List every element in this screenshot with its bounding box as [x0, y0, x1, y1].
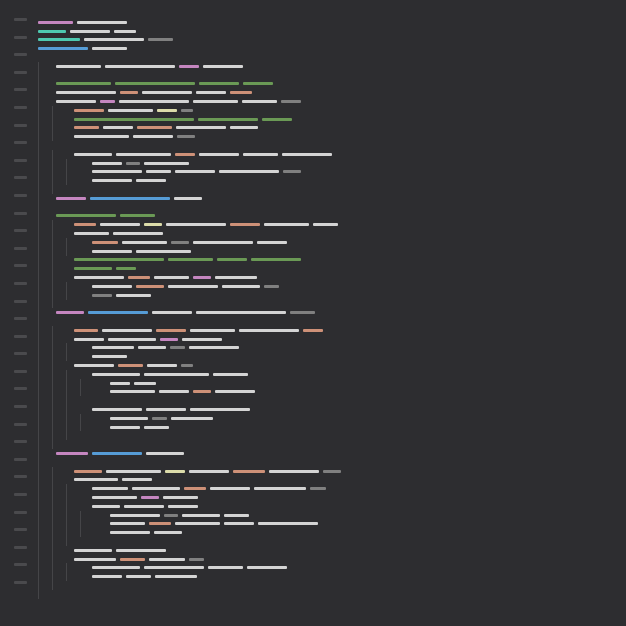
code-line[interactable]: [38, 159, 626, 168]
code-line[interactable]: [38, 335, 626, 344]
code-line[interactable]: [38, 71, 626, 80]
code-line[interactable]: [38, 27, 626, 36]
code-line[interactable]: [38, 212, 626, 221]
code-line[interactable]: [38, 572, 626, 581]
line-number: [14, 581, 27, 584]
code-line[interactable]: [38, 546, 626, 555]
code-line[interactable]: [38, 106, 626, 115]
code-line[interactable]: [38, 440, 626, 449]
code-line[interactable]: [38, 405, 626, 414]
line-number: [14, 80, 27, 83]
code-line[interactable]: [38, 291, 626, 300]
code-line[interactable]: [38, 343, 626, 352]
code-line[interactable]: [38, 300, 626, 309]
code-line[interactable]: [38, 581, 626, 590]
code-line[interactable]: [38, 44, 626, 53]
code-line[interactable]: [38, 423, 626, 432]
code-content[interactable]: [34, 18, 626, 626]
code-line[interactable]: [38, 80, 626, 89]
code-line[interactable]: [38, 256, 626, 265]
code-line[interactable]: [38, 220, 626, 229]
code-line[interactable]: [38, 247, 626, 256]
code-line[interactable]: [38, 88, 626, 97]
code-line[interactable]: [38, 238, 626, 247]
code-line[interactable]: [38, 36, 626, 45]
code-line[interactable]: [38, 203, 626, 212]
code-line[interactable]: [38, 168, 626, 177]
code-token: [165, 470, 185, 473]
code-line[interactable]: [38, 185, 626, 194]
code-line[interactable]: [38, 264, 626, 273]
code-line[interactable]: [38, 229, 626, 238]
code-line[interactable]: [38, 141, 626, 150]
code-editor[interactable]: [0, 0, 626, 626]
code-line[interactable]: [38, 511, 626, 520]
code-token: [179, 65, 199, 68]
code-line[interactable]: [38, 326, 626, 335]
code-line[interactable]: [38, 97, 626, 106]
code-line[interactable]: [38, 414, 626, 423]
code-line[interactable]: [38, 590, 626, 599]
code-token: [56, 91, 116, 94]
code-token: [77, 21, 127, 24]
code-line[interactable]: [38, 308, 626, 317]
line-number: [14, 53, 27, 56]
code-token: [224, 514, 249, 517]
code-line[interactable]: [38, 458, 626, 467]
code-token: [219, 170, 279, 173]
code-line[interactable]: [38, 273, 626, 282]
code-line[interactable]: [38, 467, 626, 476]
code-token: [74, 118, 194, 121]
code-token: [92, 496, 137, 499]
code-token: [118, 364, 143, 367]
line-number: [14, 212, 27, 215]
code-line[interactable]: [38, 528, 626, 537]
code-line[interactable]: [38, 431, 626, 440]
code-line[interactable]: [38, 563, 626, 572]
code-line[interactable]: [38, 475, 626, 484]
code-line[interactable]: [38, 176, 626, 185]
code-token: [122, 478, 152, 481]
code-token: [210, 487, 250, 490]
code-line[interactable]: [38, 317, 626, 326]
code-token: [92, 285, 132, 288]
line-number: [14, 590, 27, 593]
code-token: [124, 505, 164, 508]
code-token: [110, 522, 145, 525]
code-line[interactable]: [38, 537, 626, 546]
code-line[interactable]: [38, 194, 626, 203]
code-line[interactable]: [38, 352, 626, 361]
code-line[interactable]: [38, 62, 626, 71]
code-line[interactable]: [38, 555, 626, 564]
code-line[interactable]: [38, 282, 626, 291]
code-token: [198, 118, 258, 121]
code-line[interactable]: [38, 379, 626, 388]
code-token: [108, 338, 156, 341]
code-line[interactable]: [38, 493, 626, 502]
code-line[interactable]: [38, 387, 626, 396]
code-line[interactable]: [38, 519, 626, 528]
code-line[interactable]: [38, 370, 626, 379]
code-line[interactable]: [38, 484, 626, 493]
code-token: [170, 346, 185, 349]
code-line[interactable]: [38, 132, 626, 141]
code-line[interactable]: [38, 124, 626, 133]
code-line[interactable]: [38, 115, 626, 124]
code-token: [152, 311, 192, 314]
code-line[interactable]: [38, 18, 626, 27]
code-line[interactable]: [38, 361, 626, 370]
code-token: [142, 91, 192, 94]
line-number: [14, 546, 27, 549]
code-line[interactable]: [38, 396, 626, 405]
code-line[interactable]: [38, 150, 626, 159]
code-token: [144, 162, 189, 165]
code-line[interactable]: [38, 449, 626, 458]
code-token: [103, 126, 133, 129]
code-token: [132, 487, 180, 490]
code-token: [136, 179, 166, 182]
code-line[interactable]: [38, 502, 626, 511]
code-line[interactable]: [38, 53, 626, 62]
line-number: [14, 97, 27, 100]
line-number: [14, 493, 27, 496]
line-number: [14, 282, 27, 285]
